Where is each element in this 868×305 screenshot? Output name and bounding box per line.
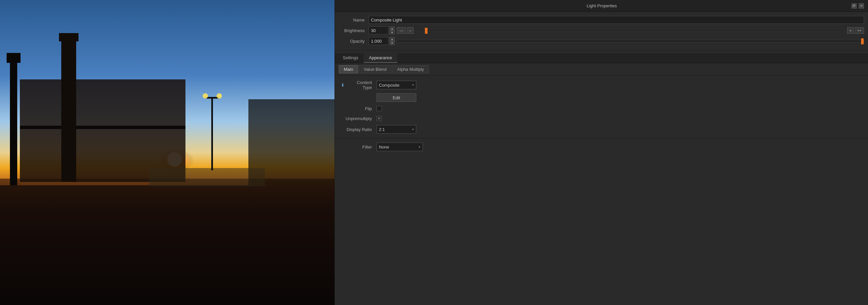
sub-tabs: Main Value Blend Alpha Multiply bbox=[335, 63, 868, 76]
content-type-dropdown-wrapper: Composite Image Solid bbox=[376, 81, 416, 89]
brightness-down-arrow[interactable]: ▼ bbox=[390, 30, 395, 34]
edit-button-row: Edit bbox=[335, 92, 868, 104]
properties-panel: Light Properties 🗗 ✕ Name Brightness ▲ ▼ bbox=[335, 0, 868, 305]
display-ratio-dropdown-wrapper: 2:1 1:1 4:3 16:9 bbox=[376, 125, 416, 134]
title-bar: Light Properties 🗗 ✕ bbox=[335, 0, 868, 12]
section-content: ⬇ Content Type Composite Image Solid Edi… bbox=[335, 76, 868, 156]
opacity-up-arrow[interactable]: ▲ bbox=[390, 37, 395, 41]
title-bar-controls: 🗗 ✕ bbox=[851, 3, 864, 9]
main-tabs: Settings Appearance bbox=[335, 53, 868, 63]
panel-title: Light Properties bbox=[352, 3, 851, 8]
display-ratio-select[interactable]: 2:1 1:1 4:3 16:9 bbox=[376, 125, 416, 134]
opacity-spinner: ▲ ▼ bbox=[390, 37, 395, 45]
unpremultiply-checkbox[interactable]: ✕ bbox=[376, 116, 382, 121]
opacity-down-arrow[interactable]: ▼ bbox=[390, 41, 395, 45]
brightness-up-arrow[interactable]: ▲ bbox=[390, 27, 395, 30]
tab-settings[interactable]: Settings bbox=[338, 53, 364, 63]
restore-button[interactable]: 🗗 bbox=[851, 3, 857, 9]
opacity-slider-track[interactable] bbox=[397, 40, 864, 42]
sub-tab-value-blend[interactable]: Value Blend bbox=[359, 65, 392, 73]
opacity-row: Opacity ▲ ▼ bbox=[335, 36, 868, 46]
brightness-slider-thumb[interactable] bbox=[425, 28, 428, 34]
sub-tab-alpha-multiply[interactable]: Alpha Multiply bbox=[392, 65, 429, 73]
edit-button[interactable]: Edit bbox=[376, 93, 416, 102]
flip-label: Flip bbox=[339, 106, 376, 111]
svg-rect-12 bbox=[149, 168, 265, 186]
svg-point-15 bbox=[203, 93, 208, 99]
unpremultiply-label: Unpremultiply bbox=[339, 116, 376, 121]
close-button[interactable]: ✕ bbox=[859, 3, 864, 9]
brightness-minus-btn[interactable]: – bbox=[407, 27, 414, 34]
brightness-plus-btn[interactable]: + bbox=[847, 27, 854, 34]
svg-rect-9 bbox=[61, 36, 76, 182]
svg-rect-13 bbox=[211, 98, 213, 170]
filter-row: Filter None Blur Sharpen bbox=[335, 141, 868, 153]
svg-rect-8 bbox=[20, 126, 185, 129]
unpremultiply-row: Unpremultiply ✕ bbox=[335, 113, 868, 124]
brightness-slider-track[interactable] bbox=[416, 29, 845, 31]
opacity-label: Opacity bbox=[339, 39, 369, 44]
svg-rect-10 bbox=[59, 33, 79, 41]
download-icon: ⬇ bbox=[341, 82, 345, 88]
brightness-input[interactable] bbox=[369, 27, 389, 34]
flip-checkbox[interactable] bbox=[376, 106, 382, 111]
content-type-label: Content Type bbox=[347, 80, 376, 90]
opacity-slider-thumb[interactable] bbox=[861, 38, 864, 44]
divider-1 bbox=[335, 50, 868, 50]
flip-row: Flip bbox=[335, 104, 868, 113]
filter-select[interactable]: None Blur Sharpen bbox=[376, 143, 423, 151]
svg-rect-6 bbox=[7, 53, 21, 63]
brightness-label: Brightness bbox=[339, 28, 369, 33]
opacity-input[interactable] bbox=[369, 37, 389, 45]
image-panel bbox=[0, 0, 335, 305]
svg-rect-5 bbox=[10, 60, 17, 185]
name-row: Name bbox=[335, 14, 868, 25]
divider-2 bbox=[335, 138, 868, 138]
content-type-row: ⬇ Content Type Composite Image Solid bbox=[335, 78, 868, 92]
filter-dropdown-wrapper: None Blur Sharpen bbox=[376, 143, 423, 151]
scene-overlay bbox=[0, 0, 335, 305]
svg-point-16 bbox=[217, 93, 222, 99]
svg-rect-7 bbox=[20, 79, 185, 182]
content-type-select[interactable]: Composite Image Solid bbox=[376, 81, 416, 89]
brightness-minus-minus-btn[interactable]: –– bbox=[397, 27, 406, 34]
brightness-spinner: ▲ ▼ bbox=[390, 27, 395, 34]
properties-section: Name Brightness ▲ ▼ –– – + bbox=[335, 12, 868, 49]
display-ratio-label: Display Ratio bbox=[339, 127, 376, 132]
tab-appearance[interactable]: Appearance bbox=[364, 53, 397, 63]
display-ratio-row: Display Ratio 2:1 1:1 4:3 16:9 bbox=[335, 124, 868, 135]
brightness-plus-plus-btn[interactable]: ++ bbox=[855, 27, 864, 34]
name-label: Name bbox=[339, 18, 369, 23]
brightness-row: Brightness ▲ ▼ –– – + ++ bbox=[335, 25, 868, 36]
name-input[interactable] bbox=[369, 16, 864, 24]
sub-tab-main[interactable]: Main bbox=[339, 65, 358, 73]
filter-label: Filter bbox=[339, 144, 376, 149]
svg-rect-4 bbox=[0, 185, 335, 305]
